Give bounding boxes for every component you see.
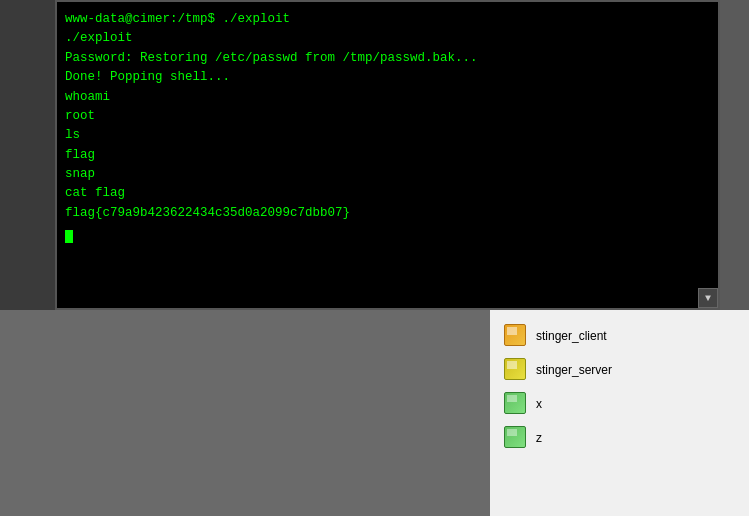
file-label: z: [536, 431, 542, 445]
file-item-z[interactable]: z: [498, 422, 741, 454]
stinger-client-icon: [504, 324, 526, 346]
terminal-content: www-data@cimer:/tmp$ ./exploit ./exploit…: [57, 2, 718, 308]
bottom-area: [0, 310, 490, 516]
terminal-cursor: [65, 230, 73, 243]
terminal-line: ls: [65, 128, 80, 142]
file-panel: stinger_clientstinger_serverxz: [490, 310, 749, 516]
scroll-down-icon: ▼: [705, 293, 711, 304]
file-label: stinger_server: [536, 363, 612, 377]
file-item-stinger_client[interactable]: stinger_client: [498, 320, 741, 352]
terminal-line: www-data@cimer:/tmp$ ./exploit: [65, 12, 290, 26]
terminal-line: whoami: [65, 90, 110, 104]
terminal-window: www-data@cimer:/tmp$ ./exploit ./exploit…: [55, 0, 720, 310]
terminal-line: root: [65, 109, 95, 123]
terminal-line: cat flag: [65, 186, 125, 200]
file-item-stinger_server[interactable]: stinger_server: [498, 354, 741, 386]
file-item-x[interactable]: x: [498, 388, 741, 420]
doc-icon: [504, 392, 526, 414]
doc-icon: [504, 426, 526, 448]
terminal-line: Password: Restoring /etc/passwd from /tm…: [65, 51, 478, 65]
terminal-line: Done! Popping shell...: [65, 70, 238, 84]
terminal-line: snap: [65, 167, 95, 181]
terminal-scroll-button[interactable]: ▼: [698, 288, 718, 308]
terminal-line: ./exploit: [65, 31, 133, 45]
file-label: stinger_client: [536, 329, 607, 343]
terminal-line: flag: [65, 148, 95, 162]
file-label: x: [536, 397, 542, 411]
terminal-line: flag{c79a9b423622434c35d0a2099c7dbb07}: [65, 206, 350, 220]
stinger-server-icon: [504, 358, 526, 380]
